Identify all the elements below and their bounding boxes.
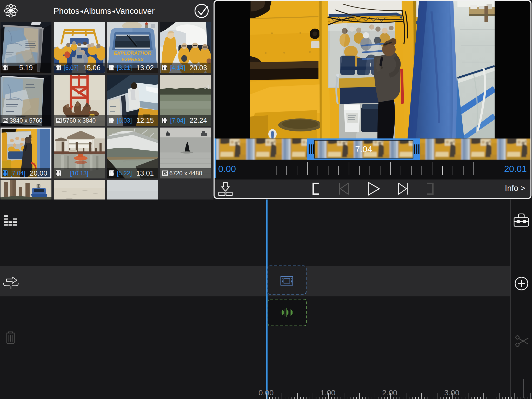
svg-text:7.04: 7.04 xyxy=(355,144,372,154)
svg-text:EXPRESS: EXPRESS xyxy=(121,57,143,62)
svg-text:EXPLORATHOR: EXPLORATHOR xyxy=(114,50,151,56)
